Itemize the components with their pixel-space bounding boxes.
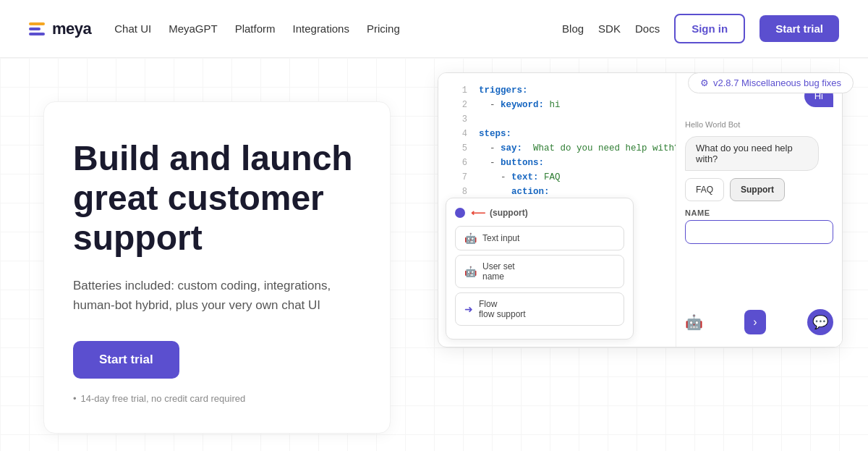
flow-arrow-icon: ⟵ — [471, 207, 485, 219]
flow-node-icon-1: 🤖 — [464, 232, 477, 244]
chat-bot-bubble: What do you need help with? — [685, 136, 819, 171]
start-trial-nav-button[interactable]: Start trial — [760, 15, 839, 42]
logo-bar-3 — [29, 33, 45, 35]
chat-faq-button[interactable]: FAQ — [685, 178, 724, 201]
demo-container: 1 triggers: 2 - keyword: hi 3 4 steps: — [438, 72, 843, 347]
trial-note-text: 14-day free trial, no credit card requir… — [81, 393, 246, 404]
chat-support-button[interactable]: Support — [730, 178, 785, 201]
chat-input-label: NAME — [685, 208, 833, 217]
flow-dot — [455, 208, 465, 218]
flow-node-2: 🤖 User setname — [455, 255, 624, 288]
flow-node-icon-2: 🤖 — [464, 266, 477, 277]
chat-panel: Hi Hello World Bot What do you need help… — [676, 73, 842, 347]
chat-send-button[interactable]: › — [744, 310, 765, 334]
logo-icon — [29, 22, 45, 35]
nav-meyagpt[interactable]: MeyaGPT — [169, 22, 218, 35]
hero-title: Build and launch great customer support — [73, 138, 361, 258]
logo-bar-1 — [29, 22, 45, 25]
trial-note: • 14-day free trial, no credit card requ… — [73, 393, 361, 404]
flow-node-icon-3: ➜ — [464, 303, 473, 315]
gear-icon: ⚙ — [700, 77, 709, 88]
chat-message-icon[interactable]: 💬 — [807, 309, 833, 335]
version-badge[interactable]: ⚙ v2.8.7 Miscellaneous bug fixes — [688, 72, 854, 93]
flow-header-label: (support) — [490, 208, 528, 218]
nav-platform[interactable]: Platform — [235, 22, 276, 35]
logo-bar-2 — [29, 28, 41, 30]
hero-right: 1 triggers: 2 - keyword: hi 3 4 steps: — [420, 58, 868, 451]
main-content: ⚙ v2.8.7 Miscellaneous bug fixes Build a… — [0, 58, 868, 451]
nav-chat-ui[interactable]: Chat UI — [114, 22, 151, 35]
hero-card: Build and launch great customer support … — [43, 101, 391, 434]
navbar-right: Blog SDK Docs Sign in Start trial — [562, 14, 839, 43]
flow-node-3: ➜ Flowflow support — [455, 292, 624, 326]
chat-input-section: NAME — [685, 208, 833, 244]
start-trial-hero-button[interactable]: Start trial — [73, 341, 179, 379]
nav-blog[interactable]: Blog — [562, 22, 584, 35]
nav-right-links: Blog SDK Docs — [562, 22, 660, 35]
navbar-left: meya Chat UI MeyaGPT Platform Integratio… — [29, 20, 400, 38]
nav-docs[interactable]: Docs — [635, 22, 660, 35]
flow-node-label-3: Flowflow support — [479, 299, 526, 319]
nav-links: Chat UI MeyaGPT Platform Integrations Pr… — [114, 22, 399, 35]
chat-buttons: FAQ Support — [685, 178, 833, 201]
version-text: v2.8.7 Miscellaneous bug fixes — [713, 77, 841, 88]
flow-header: ⟵ (support) — [455, 207, 624, 219]
logo: meya — [29, 20, 91, 38]
chat-bot-label: Hello World Bot — [685, 120, 833, 129]
bullet-icon: • — [73, 393, 77, 404]
nav-pricing[interactable]: Pricing — [367, 22, 400, 35]
chat-name-input[interactable] — [685, 220, 833, 244]
logo-text: meya — [52, 20, 91, 38]
robot-icon: 🤖 — [685, 313, 703, 331]
nav-sdk[interactable]: SDK — [598, 22, 621, 35]
flow-node-label-1: Text input — [482, 233, 519, 243]
flow-diagram: ⟵ (support) 🤖 Text input 🤖 User setname … — [446, 198, 634, 340]
chat-footer: 🤖 › 💬 — [685, 309, 833, 335]
flow-node-1: 🤖 Text input — [455, 226, 624, 250]
signin-button[interactable]: Sign in — [674, 14, 745, 43]
navbar: meya Chat UI MeyaGPT Platform Integratio… — [0, 0, 868, 58]
hero-subtitle: Batteries included: custom coding, integ… — [73, 276, 361, 315]
nav-integrations[interactable]: Integrations — [293, 22, 349, 35]
flow-node-label-2: User setname — [482, 261, 515, 282]
hero-left: Build and launch great customer support … — [0, 58, 420, 451]
